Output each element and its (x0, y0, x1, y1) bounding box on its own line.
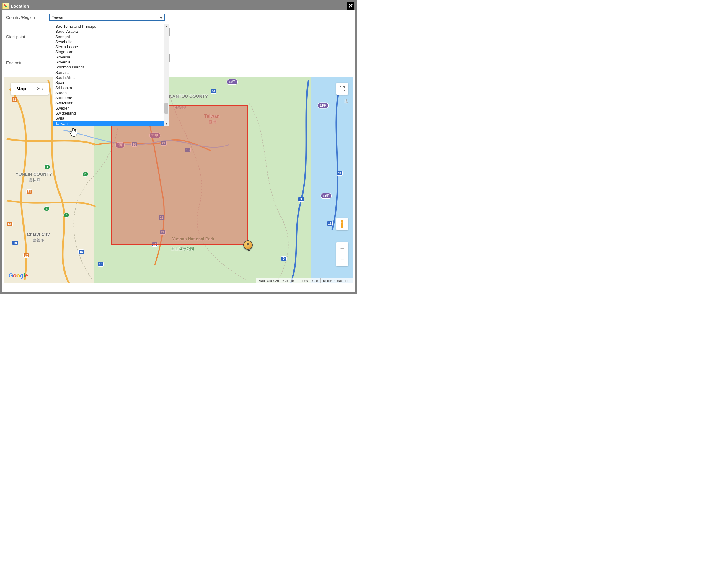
country-region-label: Country/Region (6, 15, 49, 20)
fullscreen-icon (339, 86, 345, 91)
dropdown-option[interactable]: Slovakia (54, 55, 164, 60)
map-end-marker[interactable]: E (243, 240, 253, 250)
dropdown-option[interactable]: Taiwan (54, 121, 164, 126)
svg-rect-1 (341, 222, 343, 225)
dropdown-option[interactable]: Somalia (54, 70, 164, 75)
map-fullscreen-button[interactable] (336, 83, 348, 95)
start-point-label: Start point (6, 35, 49, 39)
dropdown-option[interactable]: Suriname (54, 95, 164, 100)
dropdown-option[interactable]: Sao Tome and Principe (54, 24, 164, 29)
map-attribution: Map data ©2019 Google (256, 278, 296, 283)
dropdown-option[interactable]: Slovenia (54, 60, 164, 65)
map-zoom-in-button[interactable]: + (336, 242, 348, 254)
dropdown-option[interactable]: Sierra Leone (54, 44, 164, 49)
dropdown-option[interactable]: Seychelles (54, 39, 164, 44)
scroll-up-icon[interactable]: ▲ (164, 24, 169, 29)
country-region-dropdown-list[interactable]: Sao Tome and PrincipeSaudi ArabiaSenegal… (53, 24, 169, 126)
dropdown-list-items: Sao Tome and PrincipeSaudi ArabiaSenegal… (54, 24, 164, 126)
dropdown-option[interactable]: Saudi Arabia (54, 29, 164, 34)
map-tab-map[interactable]: Map (11, 83, 32, 95)
dropdown-option[interactable]: Solomon Islands (54, 65, 164, 70)
window-title: Location (11, 3, 347, 8)
dropdown-option[interactable]: Swaziland (54, 100, 164, 105)
country-region-panel: Country/Region Taiwan (3, 12, 353, 23)
map-pegman-button[interactable] (336, 218, 348, 230)
svg-rect-3 (342, 225, 343, 228)
dropdown-option[interactable]: South Africa (54, 75, 164, 80)
dropdown-option[interactable]: Singapore (54, 49, 164, 54)
dropdown-option[interactable]: Switzerland (54, 111, 164, 116)
end-point-label: End point (6, 61, 49, 65)
dropdown-option[interactable]: Sri Lanka (54, 85, 164, 90)
dropdown-option[interactable]: Senegal (54, 34, 164, 39)
country-region-select[interactable]: Taiwan (49, 14, 165, 21)
svg-rect-2 (341, 225, 342, 228)
dropdown-scrollbar[interactable]: ▲ ▼ (164, 24, 169, 126)
dropdown-option[interactable]: Sweden (54, 106, 164, 111)
map-terms-link[interactable]: Terms of Use (296, 278, 320, 283)
country-region-selected-value: Taiwan (52, 15, 65, 20)
dropdown-option[interactable]: Spain (54, 80, 164, 85)
map-tab-satellite[interactable]: Sa (32, 83, 49, 95)
titlebar: Location ✕ (2, 2, 355, 10)
dropdown-option[interactable]: Syria (54, 116, 164, 121)
pegman-icon (339, 219, 345, 229)
map-report-link[interactable]: Report a map error (320, 278, 353, 283)
location-dialog: Location ✕ Country/Region Taiwan Start p… (0, 0, 357, 294)
map-zoom-controls: + − (336, 242, 348, 266)
map-type-tabs: Map Sa (11, 83, 49, 95)
scroll-down-icon[interactable]: ▼ (164, 121, 169, 126)
map-footer: Map data ©2019 Google Terms of Use Repor… (256, 278, 353, 283)
dropdown-option[interactable]: Sudan (54, 90, 164, 95)
close-button[interactable]: ✕ (347, 2, 354, 10)
svg-point-0 (341, 220, 343, 222)
map-zoom-out-button[interactable]: − (336, 254, 348, 266)
location-icon (2, 3, 9, 9)
scroll-thumb[interactable] (165, 103, 168, 114)
